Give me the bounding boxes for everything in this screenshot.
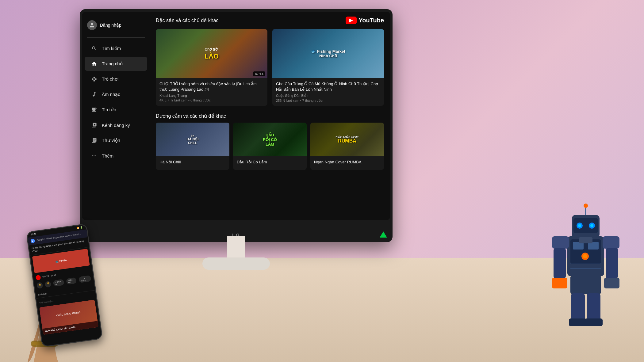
sidebar-item-library[interactable]: Thư viện <box>85 133 147 147</box>
phone-channel-time: 11:11 <box>51 274 56 277</box>
phone-report-btn[interactable]: Phản hồi <box>66 277 77 284</box>
sidebar-item-search[interactable]: Tìm kiếm <box>85 41 147 55</box>
content-header: Đặc sản và các chủ đề khác YouTube <box>156 17 384 24</box>
video-info-3: Hà Nội Chill <box>156 156 229 170</box>
sidebar-label-search: Tìm kiếm <box>102 46 121 51</box>
robot-figure <box>546 193 626 331</box>
sidebar-label-news: Tin tức <box>102 107 116 112</box>
svg-rect-17 <box>554 248 566 279</box>
avatar-icon <box>87 20 97 30</box>
sidebar-item-subscriptions[interactable]: Kênh đăng ký <box>85 118 147 132</box>
phone-channel-avatar <box>36 275 41 280</box>
monitor: Đăng nhập Tìm kiếm Trang chủ <box>80 9 393 242</box>
video-card-3[interactable]: b● HÀ NỘI CHILL Hà Nội Chill <box>156 123 229 170</box>
video-info-5: Ngàn Ngàn Cover RUMBA <box>310 156 384 170</box>
youtube-sidebar: Đăng nhập Tìm kiếm Trang chủ <box>82 12 150 220</box>
thumb-fishing-bg: 🐟 Fishing MarketNinh Chữ <box>272 29 384 78</box>
thumb-music-bg: DẦU RỒI CÓ LẦM <box>233 123 307 156</box>
phone-share-btn[interactable]: ↗ Chia sẻ <box>53 279 64 287</box>
youtube-logo: YouTube <box>346 17 384 24</box>
video-meta-2: 256 N lượt xem • 7 tháng trước <box>276 99 380 103</box>
section2-title: Dương cầm và các chủ đề khác <box>156 113 226 119</box>
video-card-4[interactable]: DẦU RỒI CÓ LẦM Dầu Rồi Có Lầm <box>233 123 307 170</box>
video-title-3: Hà Nội Chill <box>159 159 226 165</box>
sidebar-item-games[interactable]: Trò chơi <box>85 72 147 86</box>
thumb-food-bg: Chợ trời LÀO <box>156 29 267 78</box>
video-grid-row2: b● HÀ NỘI CHILL Hà Nội Chill <box>156 123 384 170</box>
thumb-text-1: LÀO <box>205 53 219 60</box>
sidebar-item-home[interactable]: Trang chủ <box>85 57 147 71</box>
divider-1 <box>87 37 145 38</box>
video-card-2[interactable]: 🐟 Fishing MarketNinh Chữ Ghe Câu Trúng Ổ… <box>272 29 384 106</box>
music-icon <box>91 91 98 98</box>
news-icon <box>91 106 98 113</box>
youtube-main: Đặc sản và các chủ đề khác YouTube Chợ t… <box>150 12 390 220</box>
svg-rect-23 <box>587 293 600 321</box>
sidebar-label-more: Thêm <box>102 153 113 158</box>
section1-title: Đặc sản và các chủ đề khác <box>156 17 219 23</box>
sidebar-item-music[interactable]: Âm nhạc <box>85 87 147 101</box>
library-icon <box>91 137 98 144</box>
home-icon <box>91 60 98 67</box>
thumb-label-4: DẦU RỒI CÓ LẦM <box>262 131 278 148</box>
video-card-5[interactable]: Ngàn Ngàn Cover RUMBA Ngàn Ngàn Cover RU… <box>310 123 384 170</box>
svg-rect-24 <box>569 318 587 326</box>
more-icon <box>91 152 98 159</box>
svg-rect-16 <box>603 236 619 249</box>
phone-news-thumb-text: 📺 VTV24 <box>54 257 68 264</box>
sidebar-label-subscriptions: Kênh đăng ký <box>102 123 130 128</box>
video-thumb-2: 🐟 Fishing MarketNinh Chữ <box>272 29 384 78</box>
phone-download-btn[interactable]: ⬇ Tải xuống <box>78 275 91 283</box>
phone-bottom-channel-label: CUỘC SỐNG TRONG <box>55 310 82 318</box>
thumb-label-5: Ngàn Ngàn Cover RUMBA <box>334 134 360 145</box>
youtube-logo-text: YouTube <box>358 17 384 24</box>
subscriptions-icon <box>91 122 98 128</box>
robot-svg <box>546 193 626 331</box>
search-icon <box>91 45 98 52</box>
monitor-stand-base <box>202 257 270 270</box>
phone-thumbs-down-btn[interactable]: 👎 <box>45 281 52 288</box>
sidebar-label-games: Trò chơi <box>102 76 118 82</box>
svg-point-7 <box>583 254 587 258</box>
monitor-screen: Đăng nhập Tìm kiếm Trang chủ <box>82 12 390 220</box>
thumb-label-3: b● HÀ NỘI CHILL <box>186 133 200 146</box>
svg-rect-14 <box>579 237 592 243</box>
play-triangle-icon <box>349 19 353 22</box>
monitor-stand-neck <box>227 236 245 261</box>
svg-rect-22 <box>571 293 585 321</box>
svg-rect-21 <box>570 276 601 294</box>
video-title-4: Dầu Rồi Có Lầm <box>237 159 303 165</box>
youtube-logo-icon <box>346 17 357 24</box>
cast-icon: ▶ <box>30 238 35 243</box>
login-button[interactable]: Đăng nhập <box>82 17 150 34</box>
thumb-text-2: 🐟 Fishing MarketNinh Chữ <box>311 49 345 58</box>
games-icon <box>91 76 98 82</box>
video-info-2: Ghe Câu Trúng Ổ Cá Mú Khủng Ở Ninh Chữ T… <box>272 78 384 106</box>
sidebar-item-news[interactable]: Tin tức <box>85 103 147 117</box>
sidebar-label-home: Trang chủ <box>102 61 123 67</box>
video-info-4: Dầu Rồi Có Lầm <box>233 156 307 170</box>
svg-point-12 <box>578 224 581 227</box>
svg-point-13 <box>590 224 593 227</box>
thumb-rumba-bg: Ngàn Ngàn Cover RUMBA <box>310 123 384 156</box>
phone-signal: 📶 🔋 <box>76 226 83 230</box>
login-label: Đăng nhập <box>100 23 121 28</box>
video-meta-1: 4K 3,7 Tr lượt xem • 6 tháng trước <box>159 98 264 102</box>
thumb-hanoi-bg: b● HÀ NỘI CHILL <box>156 123 229 156</box>
sidebar-item-more[interactable]: Thêm <box>85 149 147 163</box>
svg-rect-25 <box>585 318 603 326</box>
video-title-1: CHỢ TRỜI sáng sớm và nhiều đặc sản lạ |D… <box>159 81 264 92</box>
video-channel-1: Khoai Lang Thang <box>159 94 264 97</box>
svg-rect-20 <box>604 278 619 288</box>
svg-point-27 <box>584 204 588 208</box>
phone-thumbs-up-btn[interactable]: 👍 <box>36 282 43 289</box>
svg-rect-15 <box>552 236 569 249</box>
video-info-1: CHỢ TRỜI sáng sớm và nhiều đặc sản lạ |D… <box>156 78 267 105</box>
video-thumb-1: Chợ trời LÀO 47:14 <box>156 29 267 78</box>
phone-channel-name: VTV24 <box>42 275 49 278</box>
phone-time: 15:49 <box>31 233 36 236</box>
video-card-1[interactable]: Chợ trời LÀO 47:14 CHỢ TRỜI sáng sớm và … <box>156 29 267 106</box>
video-grid-row1: Chợ trời LÀO 47:14 CHỢ TRỜI sáng sớm và … <box>156 29 384 106</box>
sidebar-label-library: Thư viện <box>102 138 120 143</box>
sidebar-label-music: Âm nhạc <box>102 92 120 97</box>
